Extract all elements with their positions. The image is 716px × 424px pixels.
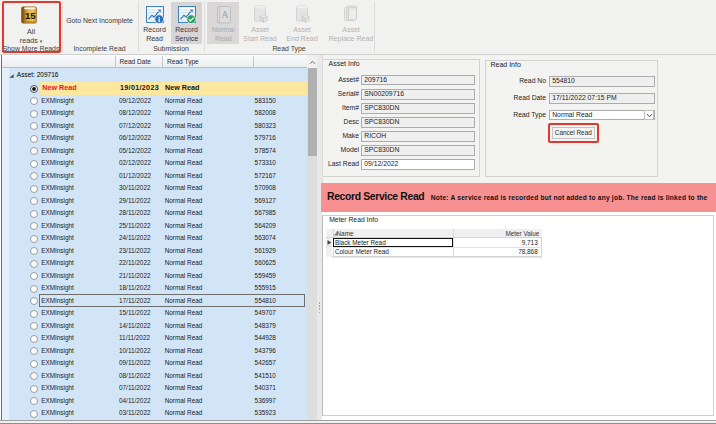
svg-text:A: A (221, 10, 228, 20)
